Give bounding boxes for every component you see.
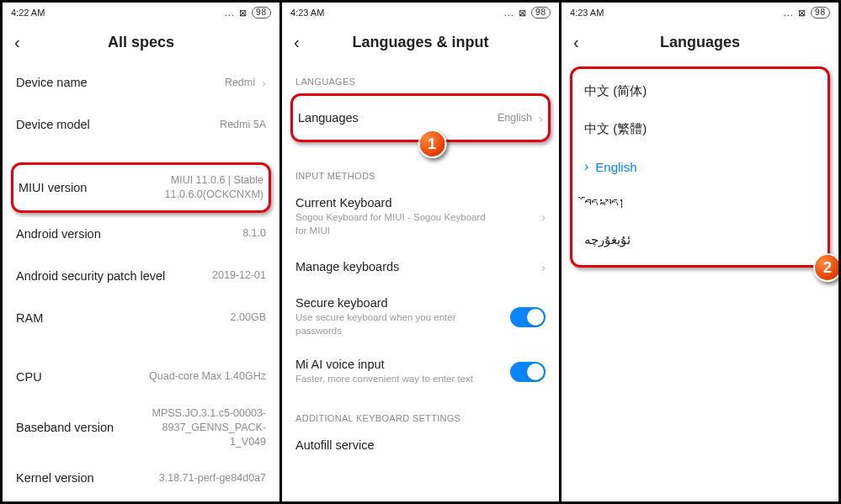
language-option[interactable]: 中文 (简体) xyxy=(579,72,821,110)
chevron-right-icon: › xyxy=(262,76,266,90)
row-device-model: Device model Redmi 5A xyxy=(16,103,266,146)
chevron-right-icon: › xyxy=(541,210,546,224)
row-miui-version[interactable]: MIUI version MIUI 11.0.6 | Stable 11.0.6… xyxy=(19,170,263,205)
language-option[interactable]: English xyxy=(579,148,821,185)
label: Baseband version xyxy=(16,421,140,434)
row-autofill[interactable]: Autofill service xyxy=(295,430,546,460)
row-ram: RAM 2.00GB xyxy=(16,297,266,339)
battery-icon: ⊠ xyxy=(798,8,806,19)
language-option[interactable]: 中文 (繁體) xyxy=(579,110,821,148)
row-device-name[interactable]: Device name Redmi › xyxy=(16,61,266,103)
value: Quad-core Max 1.40GHz xyxy=(149,369,266,384)
row-languages[interactable]: Languages English › xyxy=(298,101,543,135)
status-dots: ... xyxy=(225,8,235,18)
page-title: Languages & input xyxy=(294,34,547,51)
label: Languages xyxy=(298,111,498,125)
status-time: 4:23 AM xyxy=(290,8,324,18)
label: Mi AI voice input xyxy=(295,358,510,371)
callout-badge-2: 2 xyxy=(813,253,838,282)
label: Android version xyxy=(16,227,242,241)
status-time: 4:23 AM xyxy=(570,8,604,18)
label: Device model xyxy=(16,118,220,131)
value: 2.00GB xyxy=(231,310,266,325)
language-option[interactable]: ئۇيغۇرچە xyxy=(579,221,821,258)
title-bar: ‹ Languages & input xyxy=(282,23,559,61)
highlight-miui: MIUI version MIUI 11.0.6 | Stable 11.0.6… xyxy=(11,162,271,213)
value: 8.1.0 xyxy=(242,226,266,241)
battery-percent: 98 xyxy=(252,7,271,19)
value: Redmi 5A xyxy=(220,118,266,132)
row-current-keyboard[interactable]: Current Keyboard Sogou Keyboard for MIUI… xyxy=(295,188,546,246)
label: Current Keyboard xyxy=(295,196,535,210)
screen-languages-list: 4:23 AM ... ⊠ 98 ‹ Languages 中文 (简体)中文 (… xyxy=(562,3,838,501)
chevron-right-icon: › xyxy=(541,260,546,274)
title-bar: ‹ Languages xyxy=(562,23,838,61)
status-bar: 4:22 AM ... ⊠ 98 xyxy=(3,3,279,23)
sublabel: Use secure keyboard when you enter passw… xyxy=(295,311,498,337)
battery-percent: 98 xyxy=(531,7,551,19)
battery-percent: 98 xyxy=(811,7,830,19)
label: Device name xyxy=(16,76,225,89)
value: Redmi xyxy=(225,76,255,90)
value: 2019-12-01 xyxy=(212,268,266,283)
label: Android security patch level xyxy=(16,269,212,283)
value: MPSS.JO.3.1.c5-00003-8937_GENNS_PACK-1_V… xyxy=(140,406,266,449)
sublabel: Sogou Keyboard for MIUI - Sogou Keyboard… xyxy=(295,211,498,237)
language-option[interactable]: བོད་སྐད། xyxy=(579,185,821,221)
screen-languages-input: 4:23 AM ... ⊠ 98 ‹ Languages & input LAN… xyxy=(282,3,559,501)
chevron-right-icon: › xyxy=(539,111,543,125)
section-input-methods: INPUT METHODS xyxy=(295,171,546,181)
label: RAM xyxy=(16,311,231,325)
label: CPU xyxy=(16,370,149,384)
row-kernel: Kernel version 3.18.71-perf-ge84d0a7 xyxy=(16,457,266,499)
battery-icon: ⊠ xyxy=(519,8,527,19)
row-manage-keyboards[interactable]: Manage keyboards › xyxy=(295,246,546,288)
row-android-version: Android version 8.1.0 xyxy=(16,213,266,255)
status-bar: 4:23 AM ... ⊠ 98 xyxy=(562,3,838,23)
section-additional: ADDITIONAL KEYBOARD SETTINGS xyxy=(295,413,546,423)
row-secure-keyboard: Secure keyboard Use secure keyboard when… xyxy=(295,288,546,346)
row-ai-voice: Mi AI voice input Faster, more convenien… xyxy=(295,346,546,398)
value: 3.18.71-perf-ge84d0a7 xyxy=(159,471,266,485)
row-baseband: Baseband version MPSS.JO.3.1.c5-00003-89… xyxy=(16,398,266,458)
toggle-ai-voice[interactable] xyxy=(510,362,546,382)
value: MIUI 11.0.6 | Stable 11.0.6.0(OCKCNXM) xyxy=(165,173,263,202)
row-security-patch: Android security patch level 2019-12-01 xyxy=(16,255,266,297)
title-bar: ‹ All specs xyxy=(3,23,279,61)
page-title: Languages xyxy=(573,34,827,51)
status-bar: 4:23 AM ... ⊠ 98 xyxy=(282,3,559,23)
section-languages: LANGUAGES xyxy=(295,77,546,87)
label: MIUI version xyxy=(19,181,165,194)
label: Autofill service xyxy=(295,438,546,452)
screen-all-specs: 4:22 AM ... ⊠ 98 ‹ All specs Device name… xyxy=(3,3,279,501)
label: Kernel version xyxy=(16,471,159,485)
status-time: 4:22 AM xyxy=(11,8,45,18)
highlight-languages: Languages English › 1 xyxy=(290,93,551,142)
highlight-language-list: 中文 (简体)中文 (繁體)Englishབོད་སྐད།ئۇيغۇرچە xyxy=(570,66,830,268)
status-dots: ... xyxy=(784,8,794,18)
label: Secure keyboard xyxy=(295,296,510,310)
value: English xyxy=(498,111,532,125)
row-cpu: CPU Quad-core Max 1.40GHz xyxy=(16,356,266,398)
page-title: All specs xyxy=(14,34,268,51)
toggle-secure-keyboard[interactable] xyxy=(510,307,546,327)
battery-icon: ⊠ xyxy=(239,8,248,19)
status-dots: ... xyxy=(504,8,514,18)
callout-badge-1: 1 xyxy=(418,130,446,158)
label: Manage keyboards xyxy=(295,260,535,273)
sublabel: Faster, more convenient way to enter tex… xyxy=(295,373,498,386)
